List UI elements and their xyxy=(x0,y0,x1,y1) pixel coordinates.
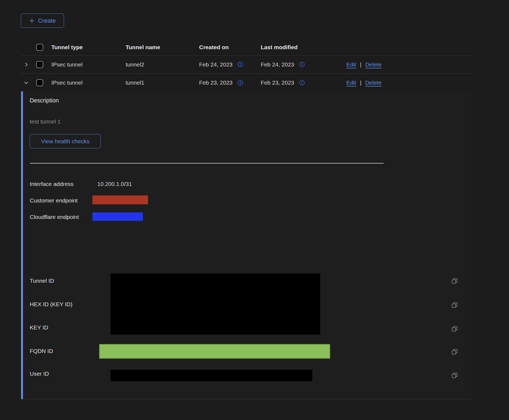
chevron-down-icon xyxy=(24,80,29,85)
user-id-redaction xyxy=(110,370,312,381)
info-icon[interactable] xyxy=(299,80,305,86)
tunnel-name-cell: tunnel2 xyxy=(126,61,199,68)
section-divider xyxy=(30,163,384,164)
edit-link[interactable]: Edit xyxy=(346,79,356,86)
table-header-row: Tunnel type Tunnel name Created on Last … xyxy=(21,39,471,56)
create-button[interactable]: Create xyxy=(21,14,64,28)
last-modified-cell: Feb 23, 2023 xyxy=(261,79,294,86)
copy-icon xyxy=(451,372,458,379)
copy-icon xyxy=(451,325,458,332)
created-on-cell: Feb 24, 2023 xyxy=(199,61,233,68)
actions-separator: | xyxy=(360,61,361,68)
copy-icon xyxy=(451,348,458,355)
cloudflare-endpoint-label: Cloudflare endpoint xyxy=(30,214,79,220)
edit-link[interactable]: Edit xyxy=(346,61,356,68)
row-checkbox[interactable] xyxy=(36,79,43,86)
tunnel-type-cell: IPsec tunnel xyxy=(51,79,126,86)
interface-address-label: Interface address xyxy=(30,181,73,187)
copy-fqdn-id-button[interactable] xyxy=(451,348,458,355)
customer-endpoint-redaction xyxy=(92,195,148,204)
expand-row-button[interactable] xyxy=(21,62,36,67)
user-id-label: User ID xyxy=(30,370,49,377)
collapse-row-button[interactable] xyxy=(21,80,36,85)
expanded-row-accent-bar xyxy=(21,91,23,399)
info-icon[interactable] xyxy=(237,62,243,67)
tunnel-type-cell: IPsec tunnel xyxy=(51,61,126,68)
view-health-checks-button[interactable]: View health checks xyxy=(30,134,101,148)
interface-address-value: 10.200.1.0/31 xyxy=(97,181,132,187)
fqdn-id-label: FQDN ID xyxy=(30,348,53,354)
panel-bottom-divider xyxy=(25,399,471,399)
chevron-right-icon xyxy=(24,62,29,67)
cloudflare-endpoint-redaction xyxy=(92,212,143,221)
col-header-last-modified: Last modified xyxy=(261,44,346,51)
copy-key-id-button[interactable] xyxy=(451,325,458,332)
copy-hex-id-button[interactable] xyxy=(451,301,458,309)
col-header-created-on: Created on xyxy=(199,44,261,51)
created-on-cell: Feb 23, 2023 xyxy=(199,79,233,86)
tunnel-id-label: Tunnel ID xyxy=(30,277,54,284)
description-label: Description xyxy=(30,97,59,104)
ids-redaction xyxy=(110,274,320,335)
hex-id-label: HEX ID (KEY ID) xyxy=(30,301,72,308)
customer-endpoint-label: Customer endpoint xyxy=(30,197,78,204)
fqdn-id-redaction xyxy=(99,344,330,359)
col-header-tunnel-type: Tunnel type xyxy=(51,44,126,51)
table-row: IPsec tunnel tunnel2 Feb 24, 2023 Feb 24… xyxy=(21,56,471,74)
tunnels-page: Create Tunnel type Tunnel name Created o… xyxy=(0,0,509,420)
delete-link[interactable]: Delete xyxy=(365,61,382,68)
col-header-tunnel-name: Tunnel name xyxy=(126,44,199,51)
tunnels-table: Tunnel type Tunnel name Created on Last … xyxy=(21,39,471,92)
table-row: IPsec tunnel tunnel1 Feb 23, 2023 Feb 23… xyxy=(21,74,471,92)
expanded-row-detail-panel: Description test tunnel 1 View health ch… xyxy=(21,91,471,399)
description-value: test tunnel 1 xyxy=(30,118,61,125)
info-icon[interactable] xyxy=(237,80,243,86)
copy-user-id-button[interactable] xyxy=(451,372,458,379)
actions-separator: | xyxy=(360,79,361,86)
copy-tunnel-id-button[interactable] xyxy=(451,277,458,285)
key-id-label: KEY ID xyxy=(30,324,48,331)
last-modified-cell: Feb 24, 2023 xyxy=(261,61,294,68)
copy-icon xyxy=(451,301,458,309)
select-all-checkbox[interactable] xyxy=(36,44,43,51)
tunnel-name-cell: tunnel1 xyxy=(126,79,199,86)
delete-link[interactable]: Delete xyxy=(365,79,382,86)
row-checkbox[interactable] xyxy=(36,61,43,68)
create-button-label: Create xyxy=(38,17,56,24)
info-icon[interactable] xyxy=(299,62,305,67)
copy-icon xyxy=(451,277,458,285)
plus-icon xyxy=(29,18,35,24)
